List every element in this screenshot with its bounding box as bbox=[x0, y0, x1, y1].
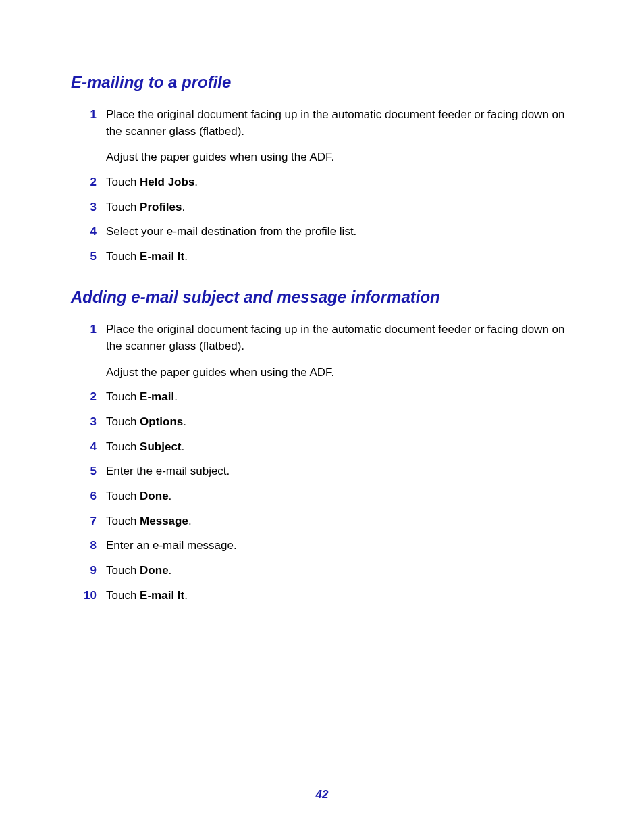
step-text: Touch E-mail. bbox=[106, 389, 573, 406]
step-subtext: Adjust the paper guides when using the A… bbox=[106, 149, 573, 166]
section-heading-emailing-profile: E-mailing to a profile bbox=[71, 73, 573, 92]
step-number: 5 bbox=[71, 463, 106, 480]
list-item: 3 Touch Options. bbox=[71, 414, 573, 431]
step-text: Enter an e-mail message. bbox=[106, 538, 573, 554]
step-text: Touch Done. bbox=[106, 563, 573, 579]
document-page: E-mailing to a profile 1 Place the origi… bbox=[0, 0, 644, 834]
step-number: 3 bbox=[71, 414, 106, 431]
step-subtext: Adjust the paper guides when using the A… bbox=[106, 365, 573, 382]
step-text: Touch Profiles. bbox=[106, 199, 573, 216]
step-number: 2 bbox=[71, 174, 106, 191]
list-item: 7 Touch Message. bbox=[71, 513, 573, 530]
steps-list-2: 1 Place the original document facing up … bbox=[71, 321, 573, 604]
step-number: 3 bbox=[71, 199, 106, 216]
step-number: 4 bbox=[71, 439, 106, 456]
step-text: Touch Done. bbox=[106, 488, 573, 505]
list-item: 5 Touch E-mail It. bbox=[71, 249, 573, 265]
list-item: 3 Touch Profiles. bbox=[71, 199, 573, 216]
list-item: 1 Place the original document facing up … bbox=[71, 321, 573, 381]
list-item: 8 Enter an e-mail message. bbox=[71, 538, 573, 554]
list-item: 2 Touch Held Jobs. bbox=[71, 174, 573, 191]
step-number: 8 bbox=[71, 538, 106, 554]
step-text: Touch Message. bbox=[106, 513, 573, 530]
list-item: 5 Enter the e-mail subject. bbox=[71, 463, 573, 480]
step-number: 7 bbox=[71, 513, 106, 530]
list-item: 4 Touch Subject. bbox=[71, 439, 573, 456]
list-item: 2 Touch E-mail. bbox=[71, 389, 573, 406]
list-item: 10 Touch E-mail It. bbox=[71, 588, 573, 604]
step-text: Place the original document facing up in… bbox=[106, 321, 573, 381]
step-text: Touch E-mail It. bbox=[106, 249, 573, 265]
list-item: 1 Place the original document facing up … bbox=[71, 107, 573, 166]
steps-list-1: 1 Place the original document facing up … bbox=[71, 107, 573, 265]
step-number: 4 bbox=[71, 224, 106, 240]
step-text: Touch Subject. bbox=[106, 439, 573, 456]
section-heading-adding-subject: Adding e-mail subject and message inform… bbox=[71, 288, 573, 307]
step-text: Touch Options. bbox=[106, 414, 573, 431]
step-number: 5 bbox=[71, 249, 106, 265]
step-text: Touch E-mail It. bbox=[106, 588, 573, 604]
step-number: 6 bbox=[71, 488, 106, 505]
list-item: 4 Select your e-mail destination from th… bbox=[71, 224, 573, 240]
step-text: Place the original document facing up in… bbox=[106, 107, 573, 166]
step-number: 9 bbox=[71, 563, 106, 579]
page-number: 42 bbox=[0, 788, 644, 802]
list-item: 9 Touch Done. bbox=[71, 563, 573, 579]
step-text: Select your e-mail destination from the … bbox=[106, 224, 573, 240]
step-text: Touch Held Jobs. bbox=[106, 174, 573, 191]
step-number: 10 bbox=[71, 588, 106, 604]
step-number: 1 bbox=[71, 107, 106, 124]
step-text: Enter the e-mail subject. bbox=[106, 463, 573, 480]
step-number: 1 bbox=[71, 321, 106, 338]
list-item: 6 Touch Done. bbox=[71, 488, 573, 505]
step-number: 2 bbox=[71, 389, 106, 406]
